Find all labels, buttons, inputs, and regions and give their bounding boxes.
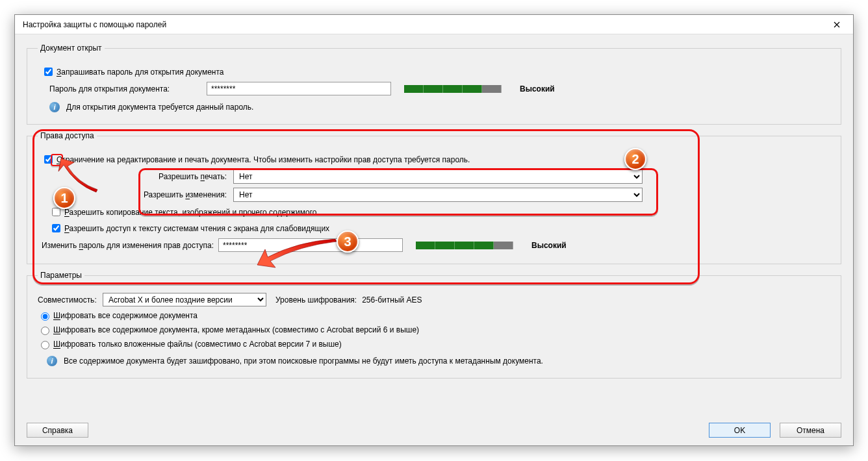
info-icon: i (47, 356, 57, 366)
permissions-password-strength-meter (416, 242, 513, 249)
encrypt-all-radio[interactable] (41, 312, 49, 321)
restrict-editing-checkbox[interactable] (44, 155, 53, 164)
dialog-title: Настройка защиты с помощью паролей (23, 20, 166, 29)
encrypt-except-metadata-label: Шифровать все содержимое документа, кром… (53, 325, 419, 334)
ok-button[interactable]: OK (709, 423, 771, 438)
group-document-open: Документ открыт ЗЗапрашивать пароль для … (27, 44, 841, 125)
allow-screenreader-label: Разрешить доступ к тексту системам чтени… (64, 224, 329, 233)
require-open-password-label: ЗЗапрашивать пароль для открытия докумен… (57, 68, 224, 77)
encrypt-attachments-only-radio[interactable] (41, 341, 49, 349)
open-password-input[interactable] (207, 82, 391, 95)
restrict-editing-label: Ограничение на редактирование и печать д… (57, 155, 470, 164)
allow-screenreader-checkbox[interactable] (52, 224, 60, 232)
open-password-strength-label: Высокий (520, 84, 555, 93)
help-button[interactable]: Справка (27, 423, 88, 438)
cancel-button[interactable]: Отмена (780, 423, 841, 438)
group-options-legend: Параметры (38, 271, 84, 280)
permissions-password-strength-label: Высокий (531, 241, 567, 250)
info-icon: i (49, 102, 60, 112)
dialog-content: Документ открыт ЗЗапрашивать пароль для … (15, 34, 853, 445)
allow-changes-label: Разрешить изменения:Разрешить изменения: (42, 190, 233, 199)
encryption-level-value: 256-битный AES (362, 295, 422, 305)
encrypt-except-metadata-radio[interactable] (41, 327, 49, 335)
encrypt-attachments-only-label: Шифровать только вложенные файлы (совмес… (53, 340, 342, 349)
group-options: Параметры Совместимость: Acrobat X и бол… (27, 271, 841, 379)
require-open-password-checkbox[interactable] (44, 68, 53, 76)
encryption-level-label: Уровень шифрования: (275, 295, 357, 305)
close-icon (834, 21, 840, 28)
open-password-strength-meter (404, 85, 502, 93)
change-permissions-password-input[interactable] (218, 238, 403, 252)
compatibility-select[interactable]: Acrobat X и более поздние версии (103, 293, 266, 306)
group-permissions-legend: Права доступа (38, 131, 97, 140)
encrypt-all-label: Шифровать все содержимое документаШифров… (53, 311, 198, 320)
allow-copy-checkbox[interactable] (52, 208, 60, 216)
dialog-footer: Справка OK Отмена (27, 423, 841, 438)
open-password-label: Пароль для открытия документа: (49, 84, 207, 93)
dialog-window: Настройка защиты с помощью паролей Докум… (14, 14, 854, 446)
allow-copy-label: Разрешить копирование текста, изображени… (64, 208, 316, 217)
close-button[interactable] (827, 18, 847, 31)
options-info-text: Все содержимое документа будет зашифрова… (64, 356, 543, 366)
group-document-open-legend: Документ открыт (38, 44, 105, 53)
allow-print-label: Разрешить печать:Разрешить печать: (42, 172, 233, 181)
titlebar: Настройка защиты с помощью паролей (15, 15, 853, 34)
compatibility-label: Совместимость: (38, 295, 103, 305)
allow-print-select[interactable]: Нет (233, 169, 643, 184)
group-permissions: Права доступа Ограничение на редактирова… (27, 131, 841, 264)
change-permissions-password-label: Изменить пароль для изменения прав досту… (42, 241, 218, 250)
allow-changes-select[interactable]: Нет (233, 188, 643, 202)
screenshot-root: Настройка защиты с помощью паролей Докум… (0, 0, 868, 461)
open-password-info-text: Для открытия документа требуется данный … (66, 103, 253, 112)
